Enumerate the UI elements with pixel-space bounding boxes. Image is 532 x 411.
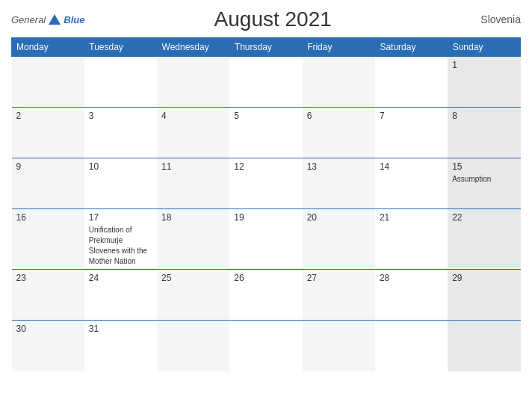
calendar-page: General Blue August 2021 Slovenia Monday… (0, 0, 532, 411)
calendar-week-row: 3031 (12, 321, 521, 371)
calendar-cell (448, 321, 520, 371)
calendar-cell (303, 57, 375, 108)
calendar-cell (229, 321, 302, 371)
calendar-week-row: 1617Unification of Prekmurje Slovenes wi… (12, 209, 521, 270)
day-number: 9 (16, 161, 80, 172)
day-number: 22 (452, 212, 516, 223)
calendar-cell (375, 321, 448, 371)
day-number: 24 (89, 273, 152, 283)
calendar-cell: 16 (12, 209, 84, 270)
calendar-cell: 18 (157, 209, 229, 270)
day-number: 31 (89, 324, 152, 334)
calendar-cell: 6 (303, 108, 375, 158)
calendar-cell (157, 57, 229, 108)
calendar-week-row: 23242526272829 (12, 270, 521, 321)
day-number: 8 (452, 111, 516, 121)
day-number: 17 (89, 212, 152, 223)
calendar-cell: 26 (229, 270, 302, 321)
calendar-cell: 22 (448, 209, 520, 270)
logo-blue: Blue (64, 14, 84, 25)
col-wednesday: Wednesday (157, 38, 229, 57)
day-number: 25 (161, 273, 225, 283)
calendar-cell: 27 (303, 270, 375, 321)
day-number: 27 (307, 273, 371, 283)
calendar-cell: 11 (157, 158, 229, 209)
day-number: 12 (234, 161, 297, 172)
calendar-cell: 25 (157, 270, 229, 321)
calendar-header-row: Monday Tuesday Wednesday Thursday Friday… (12, 38, 521, 57)
calendar-cell: 28 (375, 270, 448, 321)
day-number: 15 (452, 161, 516, 172)
logo-triangle-icon (49, 14, 61, 25)
day-number: 6 (307, 111, 371, 121)
calendar-cell: 5 (229, 108, 302, 158)
calendar-cell (157, 321, 229, 371)
day-number: 4 (161, 111, 225, 121)
day-number: 16 (16, 212, 80, 223)
calendar-cell: 24 (84, 270, 157, 321)
calendar-table: Monday Tuesday Wednesday Thursday Friday… (11, 37, 521, 371)
calendar-cell: 1 (448, 57, 520, 108)
calendar-cell: 23 (12, 270, 84, 321)
calendar-cell: 8 (448, 108, 520, 158)
calendar-cell: 15Assumption (448, 158, 520, 209)
day-number: 28 (380, 273, 443, 283)
day-number: 10 (89, 161, 152, 172)
day-number: 26 (234, 273, 297, 283)
calendar-cell (12, 57, 84, 108)
calendar-cell: 12 (229, 158, 302, 209)
calendar-cell: 30 (12, 321, 84, 371)
col-friday: Friday (303, 38, 375, 57)
page-title: August 2021 (84, 7, 461, 31)
day-number: 1 (452, 60, 516, 70)
day-number: 20 (307, 212, 371, 223)
day-number: 13 (307, 161, 371, 172)
logo: General Blue (11, 14, 84, 25)
day-number: 30 (16, 324, 80, 334)
logo-general: General (11, 14, 46, 25)
day-number: 11 (161, 161, 225, 172)
calendar-cell: 14 (375, 158, 448, 209)
day-number: 5 (234, 111, 297, 121)
calendar-week-row: 2345678 (12, 108, 521, 158)
calendar-cell: 10 (84, 158, 157, 209)
calendar-cell: 9 (12, 158, 84, 209)
calendar-cell: 17Unification of Prekmurje Slovenes with… (84, 209, 157, 270)
col-sunday: Sunday (448, 38, 520, 57)
col-saturday: Saturday (375, 38, 448, 57)
calendar-cell: 7 (375, 108, 448, 158)
day-number: 21 (380, 212, 443, 223)
day-number: 18 (161, 212, 225, 223)
col-thursday: Thursday (229, 38, 302, 57)
header: General Blue August 2021 Slovenia (11, 7, 521, 31)
calendar-cell: 13 (303, 158, 375, 209)
day-number: 2 (16, 111, 80, 121)
event-label: Unification of Prekmurje Slovenes with t… (89, 226, 147, 265)
col-monday: Monday (12, 38, 84, 57)
calendar-cell: 20 (303, 209, 375, 270)
calendar-cell (303, 321, 375, 371)
day-number: 3 (89, 111, 152, 121)
calendar-cell: 29 (448, 270, 520, 321)
day-number: 29 (452, 273, 516, 283)
calendar-week-row: 9101112131415Assumption (12, 158, 521, 209)
calendar-week-row: 1 (12, 57, 521, 108)
day-number: 19 (234, 212, 297, 223)
calendar-cell: 2 (12, 108, 84, 158)
calendar-cell (375, 57, 448, 108)
calendar-cell: 4 (157, 108, 229, 158)
calendar-cell (84, 57, 157, 108)
calendar-cell: 19 (229, 209, 302, 270)
calendar-cell: 21 (375, 209, 448, 270)
event-label: Assumption (452, 175, 491, 183)
country-label: Slovenia (461, 13, 521, 25)
calendar-cell: 31 (84, 321, 157, 371)
calendar-cell (229, 57, 302, 108)
day-number: 14 (380, 161, 443, 172)
col-tuesday: Tuesday (84, 38, 157, 57)
calendar-cell: 3 (84, 108, 157, 158)
day-number: 23 (16, 273, 80, 283)
day-number: 7 (380, 111, 443, 121)
